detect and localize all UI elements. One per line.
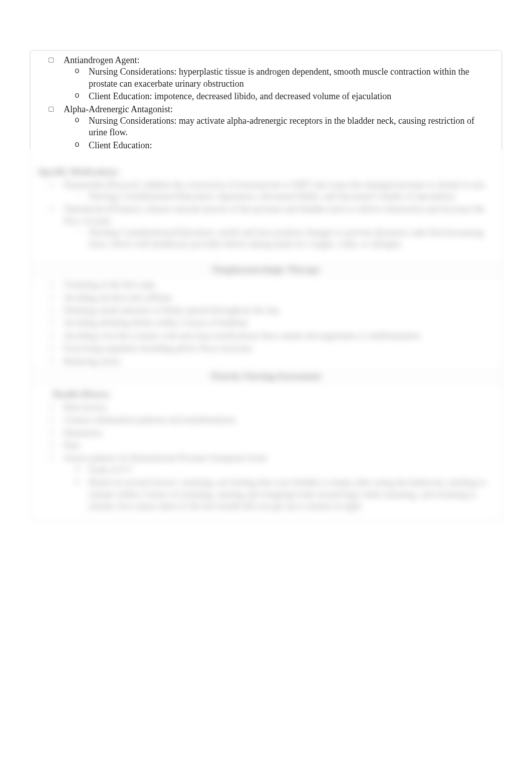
item-text: Risk factors [64, 402, 107, 412]
sublist: Nursing Considerations/Education: useful… [64, 227, 494, 250]
list-item: Avoiding over-the-counter cold and sinus… [64, 330, 494, 342]
sublist: Scale of 0-7 Based on several factors: s… [64, 464, 494, 512]
item-label: Tamsulosin (Flomax): relaxes smooth musc… [64, 204, 485, 225]
list-item: Client Education: impotence, decreased l… [89, 91, 494, 102]
list-item: Urinating at the first urge [64, 279, 494, 291]
item-text: Hematuria [64, 428, 102, 438]
list-item: Nursing Considerations/Education: useful… [89, 227, 494, 250]
sublist: Nursing Considerations: may activate alp… [64, 115, 494, 151]
nonpharm-list: Urinating at the first urge Avoiding alc… [38, 279, 494, 367]
list-item: Reducing stress [64, 356, 494, 367]
item-text: Pain [64, 440, 80, 450]
list-item: Finasteride (Proscar): inhibits the conv… [64, 179, 494, 203]
drug-class-list: Antiandrogen Agent: Nursing Consideratio… [38, 55, 494, 151]
item-text: Avoiding alcohol and caffeine [64, 293, 172, 303]
list-item: Risk factors [64, 402, 494, 413]
list-item: Avoiding drinking fluids within 2 hours … [64, 317, 494, 329]
item-text: Nursing Considerations: may activate alp… [89, 116, 474, 137]
item-text: Avoiding drinking fluids within 2 hours … [64, 318, 248, 328]
assessment-heading: Priority Nursing Assessment [31, 369, 501, 384]
item-text: Based on several factors: straining, not… [89, 477, 486, 511]
list-item: Assess patient via International Prostat… [64, 452, 494, 512]
list-item: Nursing Considerations: may activate alp… [89, 115, 494, 139]
list-item: Antiandrogen Agent: Nursing Consideratio… [64, 55, 494, 103]
list-item: Pain [64, 440, 494, 451]
list-item: Based on several factors: straining, not… [89, 477, 494, 512]
item-text: Drinking small amounts of fluids spread … [64, 305, 280, 315]
list-item: Urinary elimination patterns and manifes… [64, 414, 494, 426]
specific-medications-heading: Specific Medications: [38, 166, 494, 178]
health-history-list: Risk factors Urinary elimination pattern… [38, 402, 494, 512]
item-label: Antiandrogen Agent: [64, 55, 139, 65]
item-text: Exercising regularly including pelvic fl… [64, 343, 252, 353]
item-label: Alpha-Adrenergic Antagonist: [64, 104, 173, 114]
specific-medications-list: Finasteride (Proscar): inhibits the conv… [38, 179, 494, 250]
item-label: Finasteride (Proscar): inhibits the conv… [64, 180, 485, 190]
item-text: Avoiding over-the-counter cold and sinus… [64, 331, 420, 341]
list-item: Exercising regularly including pelvic fl… [64, 343, 494, 354]
item-text: Urinating at the first urge [64, 280, 155, 290]
item-text: Nursing Considerations: hyperplastic tis… [89, 67, 469, 88]
item-text: Reducing stress [64, 356, 120, 366]
list-item: Tamsulosin (Flomax): relaxes smooth musc… [64, 203, 494, 250]
item-text: Urinary elimination patterns and manifes… [64, 415, 236, 425]
list-item: Hematuria [64, 427, 494, 439]
list-item: Nursing Considerations: hyperplastic tis… [89, 66, 494, 90]
list-item: Alpha-Adrenergic Antagonist: Nursing Con… [64, 104, 494, 152]
list-item: Scale of 0-7 [89, 464, 494, 476]
nonpharm-heading: Nonpharmacologic Therapy [31, 263, 501, 277]
item-text: Client Education: [89, 140, 152, 150]
item-text: Scale of 0-7 [89, 465, 132, 475]
list-item: Client Education: [89, 140, 494, 151]
document-card: Antiandrogen Agent: Nursing Consideratio… [30, 50, 502, 520]
item-text: Nursing Considerations/Education: useful… [89, 227, 483, 249]
list-item: Nursing Considerations/Education: impote… [89, 191, 494, 202]
list-item: Avoiding alcohol and caffeine [64, 292, 494, 304]
item-text: Assess patient via International Prostat… [64, 453, 267, 463]
item-text: Client Education: impotence, decreased l… [89, 91, 391, 101]
item-text: Nursing Considerations/Education: impote… [89, 191, 455, 201]
health-history-heading: Health History [53, 389, 494, 400]
sublist: Nursing Considerations/Education: impote… [64, 191, 494, 202]
list-item: Drinking small amounts of fluids spread … [64, 305, 494, 316]
sublist: Nursing Considerations: hyperplastic tis… [64, 66, 494, 102]
